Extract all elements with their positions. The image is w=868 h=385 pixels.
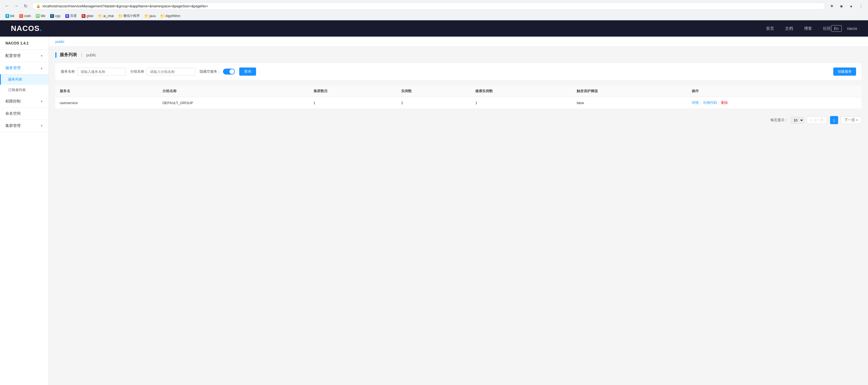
sidebar-item-namespace[interactable]: 命名空间 xyxy=(0,108,49,120)
search-service-field: 服务名称 xyxy=(61,68,126,76)
action-sep-2: | xyxy=(718,101,719,105)
page-title: 服务列表 xyxy=(60,52,77,58)
th-instance-count: 实例数 xyxy=(397,86,471,97)
next-page-button[interactable]: 下一页 > xyxy=(841,116,862,124)
toggle-label: 隐藏空服务： xyxy=(199,69,221,74)
per-page-label: 每页显示： xyxy=(770,118,788,123)
bookmark-baidu[interactable]: 百百度 xyxy=(63,13,79,19)
breadcrumb: public xyxy=(55,40,65,44)
language-button[interactable]: En xyxy=(831,25,842,32)
action-example-link[interactable]: 示例代码 xyxy=(703,101,717,105)
bookmark-ai_chat[interactable]: 📁ai_chat xyxy=(96,13,116,19)
search-service-label: 服务名称 xyxy=(61,69,75,74)
page-title-bar: 服务列表 ｜ public xyxy=(55,52,862,58)
browser-right-icons: ★ ■ ● ⋮ xyxy=(828,2,865,10)
app-wrapper: NACOS. 首页文档博客社区 En nacos NACOS 1.4.1 配置管… xyxy=(0,20,868,385)
user-label: nacos xyxy=(847,26,857,31)
bookmark-wk[interactable]: WWk xyxy=(34,13,48,19)
table-row: userserviceDEFAULT_GROUP121false详情|示例代码|… xyxy=(55,97,862,109)
table-cell-4: 1 xyxy=(471,97,572,109)
sidebar-item-cluster-label: 集群管理 xyxy=(5,123,21,128)
bookmark-gitee[interactable]: Ggitee xyxy=(80,13,96,19)
sidebar-item-service-list[interactable]: 服务列表 xyxy=(0,74,49,85)
current-page-button[interactable]: 1 xyxy=(830,116,838,124)
action-detail-link[interactable]: 详情 xyxy=(692,101,699,105)
sidebar: NACOS 1.4.1 配置管理 ▼ 服务管理 ▲ 服务列表 订阅者列表 权限控… xyxy=(0,37,49,385)
main-content: public 服务列表 ｜ public 服务名称 分组名称 xyxy=(49,37,868,385)
browser-toolbar: ← → ↻ 🔒 ★ ■ ● ⋮ xyxy=(0,0,868,12)
reload-button[interactable]: ↻ xyxy=(22,2,29,10)
table-cell-1: DEFAULT_GROUP xyxy=(158,97,309,109)
browser-chrome: ← → ↻ 🔒 ★ ■ ● ⋮ BbiliCcsdnWWkCcpp百百度Ggit… xyxy=(0,0,868,20)
address-bar[interactable]: 🔒 xyxy=(32,2,825,10)
create-service-button[interactable]: 创建服务 xyxy=(833,67,856,76)
page-title-sep: ｜ xyxy=(80,53,84,58)
sidebar-item-auth-label: 权限控制 xyxy=(5,99,21,104)
top-nav: NACOS. 首页文档博客社区 En nacos xyxy=(0,20,868,37)
action-delete-link[interactable]: 删除 xyxy=(721,101,728,105)
prev-page-button[interactable]: < 上一页 xyxy=(807,116,827,124)
th-healthy-count: 健康实例数 xyxy=(471,86,572,97)
pagination-bar: 每页显示： 10 20 50 < 上一页 1 下一页 > xyxy=(55,113,862,127)
search-group-input[interactable] xyxy=(147,68,195,76)
bookmark-wechat[interactable]: 📁微信小程序 xyxy=(116,13,142,19)
search-group-field: 分组名称 xyxy=(130,68,195,76)
top-nav-links: 首页文档博客社区 xyxy=(766,26,831,31)
table-actions-cell: 详情|示例代码|删除 xyxy=(687,97,862,109)
sidebar-item-subscriber-list[interactable]: 订阅者列表 xyxy=(0,85,49,95)
sidebar-version: NACOS 1.4.1 xyxy=(0,37,49,50)
th-service-name: 服务名 xyxy=(55,86,158,97)
bookmarks-bar: BbiliCcsdnWWkCcpp百百度Ggitee📁ai_chat📁微信小程序… xyxy=(0,12,868,20)
bookmark-java[interactable]: 📁java xyxy=(143,13,158,19)
chevron-down-icon-cluster: ▼ xyxy=(40,124,43,127)
search-bar: 服务名称 分组名称 隐藏空服务： 查询 创建服务 xyxy=(55,63,862,80)
nav-link-社区[interactable]: 社区 xyxy=(823,26,831,31)
profile-button[interactable]: ● xyxy=(847,2,855,10)
sidebar-item-cluster[interactable]: 集群管理 ▼ xyxy=(0,120,49,132)
bookmark-bili[interactable]: Bbili xyxy=(3,13,17,19)
sidebar-item-config[interactable]: 配置管理 ▼ xyxy=(0,50,49,62)
th-actions: 操作 xyxy=(687,86,862,97)
chevron-up-icon: ▲ xyxy=(40,66,43,70)
forward-button[interactable]: → xyxy=(12,2,20,10)
toggle-field: 隐藏空服务： xyxy=(199,69,235,74)
sidebar-item-config-label: 配置管理 xyxy=(5,54,21,58)
chevron-down-icon-auth: ▼ xyxy=(40,100,43,103)
th-group-name: 分组名称 xyxy=(158,86,309,97)
nacos-logo: NACOS. xyxy=(11,24,42,33)
table-cell-5: false xyxy=(572,97,687,109)
search-group-label: 分组名称 xyxy=(130,69,144,74)
sidebar-item-namespace-label: 命名空间 xyxy=(5,111,21,116)
address-input[interactable] xyxy=(42,4,821,8)
sidebar-item-auth[interactable]: 权限控制 ▼ xyxy=(0,95,49,108)
table-cell-0: userservice xyxy=(55,97,158,109)
th-cluster-count: 集群数目 xyxy=(309,86,397,97)
page-subtitle: public xyxy=(86,53,96,57)
page-container: 服务列表 ｜ public 服务名称 分组名称 隐藏空服务： xyxy=(49,46,868,133)
nav-link-博客[interactable]: 博客 xyxy=(804,26,812,31)
table-header-row: 服务名 分组名称 集群数目 实例数 健康实例数 触发保护阈值 操作 xyxy=(55,86,862,97)
query-button[interactable]: 查询 xyxy=(239,67,256,76)
nav-link-文档[interactable]: 文档 xyxy=(785,26,793,31)
service-table: 服务名 分组名称 集群数目 实例数 健康实例数 触发保护阈值 操作 userse… xyxy=(55,86,862,108)
hide-empty-toggle[interactable] xyxy=(223,69,235,74)
back-button[interactable]: ← xyxy=(3,2,11,10)
table-cell-2: 1 xyxy=(309,97,397,109)
bookmark-csdn[interactable]: Ccsdn xyxy=(17,13,33,19)
action-sep-1: | xyxy=(701,101,701,105)
nav-link-首页[interactable]: 首页 xyxy=(766,26,774,31)
sidebar-item-service[interactable]: 服务管理 ▲ xyxy=(0,62,49,74)
th-threshold: 触发保护阈值 xyxy=(572,86,687,97)
table-cell-3: 2 xyxy=(397,97,471,109)
extensions-button[interactable]: ■ xyxy=(838,2,845,10)
breadcrumb-bar: public xyxy=(49,37,868,46)
sidebar-item-service-label: 服务管理 xyxy=(5,66,21,70)
search-service-input[interactable] xyxy=(77,68,126,76)
menu-button[interactable]: ⋮ xyxy=(857,2,865,10)
content-layout: NACOS 1.4.1 配置管理 ▼ 服务管理 ▲ 服务列表 订阅者列表 权限控… xyxy=(0,37,868,385)
per-page-select[interactable]: 10 20 50 xyxy=(791,117,804,124)
bookmark-star-button[interactable]: ★ xyxy=(828,2,835,10)
browser-nav-buttons: ← → ↻ xyxy=(3,2,29,10)
bookmark-cpp[interactable]: Ccpp xyxy=(48,13,62,19)
bookmark-algorithm[interactable]: 📁AlgoRithm xyxy=(158,13,182,19)
